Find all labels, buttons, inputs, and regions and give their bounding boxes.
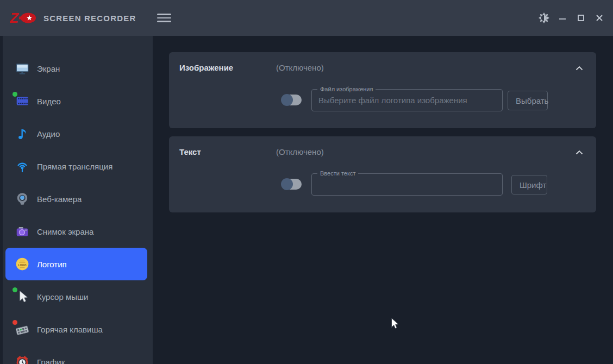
field-label: Ввести текст: [317, 170, 358, 177]
text-entry-field: Ввести текст: [311, 173, 503, 196]
sidebar-item-label: Горячая клавиша: [37, 325, 103, 334]
sidebar-item-screenshot[interactable]: Снимок экрана: [5, 215, 147, 248]
image-file-field: Файл изображения: [311, 89, 503, 111]
image-enable-toggle[interactable]: [282, 95, 302, 105]
music-note-icon: [15, 127, 29, 141]
monitor-icon: [15, 61, 29, 76]
panel-text: Текст (Отключено) Ввести текст Шрифт: [169, 136, 596, 212]
app-logo-icon: Z: [10, 11, 37, 25]
alarm-clock-icon: [15, 355, 29, 364]
svg-text:LOGO: LOGO: [18, 263, 26, 267]
titlebar: Z SCREEN RECORDER: [0, 0, 613, 36]
sidebar-item-label: Видео: [37, 97, 61, 106]
sidebar-item-label: Курсор мыши: [37, 292, 88, 302]
main-content: Изображение (Отключено) Файл изображения…: [153, 36, 613, 364]
status-dot-green: [12, 92, 17, 97]
text-enable-toggle[interactable]: [282, 179, 302, 190]
sidebar-item-label: Снимок экрана: [37, 227, 93, 236]
sidebar-item-label: Прямая трансляция: [37, 162, 112, 171]
panel-status: (Отключено): [276, 63, 324, 72]
close-icon[interactable]: [592, 11, 606, 25]
sidebar-item-label: Аудио: [37, 129, 60, 139]
keyboard-icon: [15, 322, 29, 336]
sidebar-item-label: Веб-камера: [37, 194, 82, 204]
mouse-pointer-icon: [391, 317, 399, 332]
panel-status: (Отключено): [276, 147, 324, 156]
theme-toggle-icon[interactable]: [537, 11, 551, 25]
panel-title: Изображение: [179, 63, 233, 72]
app-title: SCREEN RECORDER: [43, 14, 136, 23]
menu-hamburger-icon[interactable]: [157, 13, 171, 23]
app-brand: Z SCREEN RECORDER: [0, 11, 136, 25]
sidebar-item-schedule[interactable]: График: [5, 346, 147, 364]
sidebar-item-screen[interactable]: Экран: [5, 52, 147, 85]
panel-image: Изображение (Отключено) Файл изображения…: [169, 52, 596, 128]
sidebar-item-live-stream[interactable]: Прямая трансляция: [5, 150, 147, 183]
window-controls: [537, 11, 613, 25]
sidebar: Экран Видео: [0, 36, 153, 364]
sidebar-item-webcam[interactable]: Веб-камера: [5, 183, 147, 215]
status-dot-green: [12, 287, 17, 292]
field-label: Файл изображения: [317, 85, 376, 93]
sidebar-item-logo[interactable]: LOGO Логотип: [5, 248, 147, 280]
broadcast-icon: [15, 159, 29, 173]
choose-file-button[interactable]: Выбрать: [508, 91, 548, 110]
sidebar-item-mouse-cursor[interactable]: Курсор мыши: [5, 280, 147, 313]
sidebar-item-video[interactable]: Видео: [5, 85, 147, 117]
minimize-icon[interactable]: [555, 11, 570, 25]
camera-icon: [15, 224, 29, 239]
film-icon: [15, 94, 29, 108]
sidebar-item-label: График: [37, 357, 65, 364]
logo-badge-icon: LOGO: [15, 257, 29, 271]
app-window: Z SCREEN RECORDER: [0, 0, 613, 364]
sidebar-item-label: Экран: [37, 64, 60, 73]
chevron-up-icon[interactable]: [572, 61, 586, 75]
svg-text:Z: Z: [10, 11, 19, 25]
panel-title: Текст: [179, 147, 201, 156]
font-button[interactable]: Шрифт: [511, 175, 547, 194]
sidebar-item-hotkey[interactable]: Горячая клавиша: [5, 313, 147, 346]
webcam-icon: [15, 192, 29, 206]
chevron-up-icon[interactable]: [572, 145, 586, 159]
sidebar-item-label: Логотип: [37, 260, 67, 269]
cursor-icon: [15, 290, 29, 304]
sidebar-item-audio[interactable]: Аудио: [5, 117, 147, 150]
status-dot-red: [12, 320, 17, 325]
maximize-icon[interactable]: [574, 11, 588, 25]
